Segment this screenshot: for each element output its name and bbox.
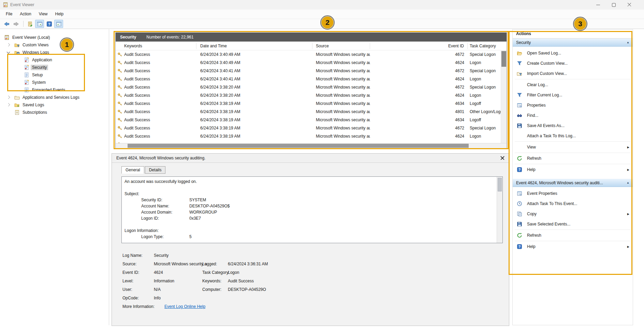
windows-logs-folder-icon: [14, 50, 20, 55]
action-view[interactable]: View: [513, 142, 633, 152]
close-button[interactable]: [621, 0, 637, 10]
column-header-task[interactable]: Task Category: [468, 43, 507, 49]
event-id-label: Event ID:: [122, 270, 139, 275]
tree-item-setup[interactable]: Setup: [0, 71, 109, 79]
table-row[interactable]: Audit Success 6/24/2024 3:40:49 AM Micro…: [116, 50, 507, 59]
action-import-custom-view[interactable]: Import Custom View...: [513, 68, 633, 79]
action-help[interactable]: Help: [513, 165, 633, 175]
setup-log-icon: [24, 72, 29, 78]
chevron-down-icon[interactable]: [7, 50, 10, 54]
actions-section-security[interactable]: Security: [513, 38, 633, 47]
action-save-selected-events[interactable]: Save Selected Events...: [513, 219, 633, 229]
scrollbar-thumb[interactable]: [501, 51, 506, 67]
table-row[interactable]: Audit Success 6/24/2024 3:38:19 AM Micro…: [116, 99, 507, 108]
column-header-datetime[interactable]: Date and Time: [196, 43, 312, 49]
horizontal-scrollbar[interactable]: [116, 143, 507, 148]
opcode-value: Info: [154, 296, 161, 300]
column-header-keywords[interactable]: Keywords: [116, 43, 196, 49]
tab-general[interactable]: General: [121, 166, 144, 174]
table-row[interactable]: Audit Success 6/24/2024 3:38:19 AM Micro…: [116, 124, 507, 132]
export-icon: [27, 21, 33, 27]
table-row[interactable]: Audit Success 6/24/2024 3:40:41 AM Micro…: [116, 75, 507, 83]
tree-item-saved-logs[interactable]: Saved Logs: [0, 101, 109, 109]
actions-pane: Actions Security Open Saved Log... Creat…: [512, 29, 633, 325]
action-find[interactable]: Find...: [513, 110, 633, 121]
help-button[interactable]: [45, 20, 54, 28]
forwarded-events-log-icon: [24, 87, 29, 93]
action-open-saved-log[interactable]: Open Saved Log...: [513, 48, 633, 58]
action-clear-log[interactable]: Clear Log...: [513, 80, 633, 90]
tree-item-application[interactable]: Application: [0, 56, 109, 64]
tab-details[interactable]: Details: [145, 166, 166, 174]
action-properties[interactable]: Properties: [513, 100, 633, 110]
table-row[interactable]: Audit Success 6/24/2024 3:38:19 AM Micro…: [116, 108, 507, 116]
divider: [515, 164, 631, 164]
tree-item-forwarded-events[interactable]: Forwarded Events: [0, 86, 109, 94]
blank-icon: [517, 82, 523, 88]
key-icon: [117, 134, 122, 139]
filter-icon: [517, 61, 523, 66]
maximize-button[interactable]: [606, 0, 621, 10]
vertical-scrollbar[interactable]: [501, 50, 507, 143]
scrollbar-thumb[interactable]: [128, 144, 469, 148]
forward-button[interactable]: [12, 20, 20, 28]
table-row[interactable]: Audit Success 6/24/2024 3:38:19 AM Micro…: [116, 116, 507, 124]
actions-section-event[interactable]: Event 4624, Microsoft Windows security a…: [513, 179, 633, 187]
actions-group-security: Open Saved Log... Create Custom View... …: [513, 47, 633, 175]
description-scrollbar[interactable]: [497, 177, 502, 243]
chevron-right-icon[interactable]: [7, 103, 10, 107]
action-pane-toggle-button[interactable]: [54, 20, 63, 28]
chevron-right-icon[interactable]: [7, 96, 10, 99]
action-attach-task-to-log[interactable]: Attach a Task To this Log...: [513, 131, 633, 141]
action-save-all-events-as[interactable]: Save All Events As...: [513, 121, 633, 131]
log-summary-bar: Security Number of events: 22,961: [116, 33, 507, 42]
collapse-icon[interactable]: [625, 181, 629, 184]
tree-item-windows-logs[interactable]: Windows Logs: [0, 49, 109, 56]
action-refresh-event[interactable]: Refresh: [513, 230, 633, 240]
menu-view[interactable]: View: [35, 10, 52, 19]
action-refresh[interactable]: Refresh: [513, 153, 633, 163]
tree-item-system[interactable]: System: [0, 79, 109, 86]
filter-icon: [517, 92, 523, 98]
collapse-icon[interactable]: [625, 41, 629, 44]
action-copy[interactable]: Copy: [513, 209, 633, 219]
action-help-event[interactable]: Help: [513, 241, 633, 252]
menu-help[interactable]: Help: [52, 10, 68, 19]
table-row[interactable]: Audit Success 6/24/2024 3:38:20 AM Micro…: [116, 83, 507, 91]
application-log-icon: [24, 57, 29, 63]
computer-label: Computer:: [202, 287, 221, 292]
event-log-online-help-link[interactable]: Event Log Online Help: [164, 304, 205, 309]
event-description-box[interactable]: An account was successfully logged on. S…: [121, 176, 503, 243]
back-button[interactable]: [2, 20, 11, 28]
tree-item-subscriptions[interactable]: Subscriptions: [0, 109, 109, 116]
keywords-label: Keywords:: [202, 279, 221, 283]
table-row[interactable]: Audit Success 6/24/2024 3:40:49 AM Micro…: [116, 59, 507, 67]
divider: [515, 153, 631, 153]
log-name: Security: [120, 35, 136, 40]
menu-bar: File Action View Help: [0, 10, 644, 19]
tree-item-security[interactable]: Security: [0, 64, 109, 71]
table-row[interactable]: Audit Success 6/24/2024 3:40:41 AM Micro…: [116, 67, 507, 75]
table-row[interactable]: Audit Success 6/24/2024 3:38:19 AM Micro…: [116, 132, 507, 140]
column-header-row: Keywords Date and Time Source Event ID T…: [116, 42, 507, 50]
table-row[interactable]: Audit Success 6/24/2024 3:38:20 AM Micro…: [116, 91, 507, 99]
console-tree-toggle-button[interactable]: [35, 20, 44, 28]
console-tree-icon: [37, 21, 43, 27]
close-details-icon[interactable]: [500, 156, 504, 160]
log-name-value: Security: [154, 253, 169, 258]
scrollbar-thumb[interactable]: [498, 178, 502, 191]
action-filter-current-log[interactable]: Filter Current Log...: [513, 90, 633, 100]
export-button[interactable]: [26, 20, 34, 28]
column-header-event-id[interactable]: Event ID: [370, 43, 468, 49]
minimize-button[interactable]: [590, 0, 606, 10]
menu-file[interactable]: File: [2, 10, 16, 19]
chevron-right-icon[interactable]: [7, 43, 10, 47]
column-header-source[interactable]: Source: [312, 43, 370, 49]
menu-action[interactable]: Action: [16, 10, 35, 19]
action-event-properties[interactable]: Event Properties: [513, 188, 633, 199]
action-attach-task-to-event[interactable]: Attach Task To This Event...: [513, 199, 633, 209]
tree-item-event-viewer-local[interactable]: Event Viewer (Local): [0, 34, 109, 41]
tree-item-applications-services-logs[interactable]: Applications and Services Logs: [0, 94, 109, 101]
action-create-custom-view[interactable]: Create Custom View...: [513, 58, 633, 68]
tree-item-custom-views[interactable]: Custom Views: [0, 41, 109, 49]
